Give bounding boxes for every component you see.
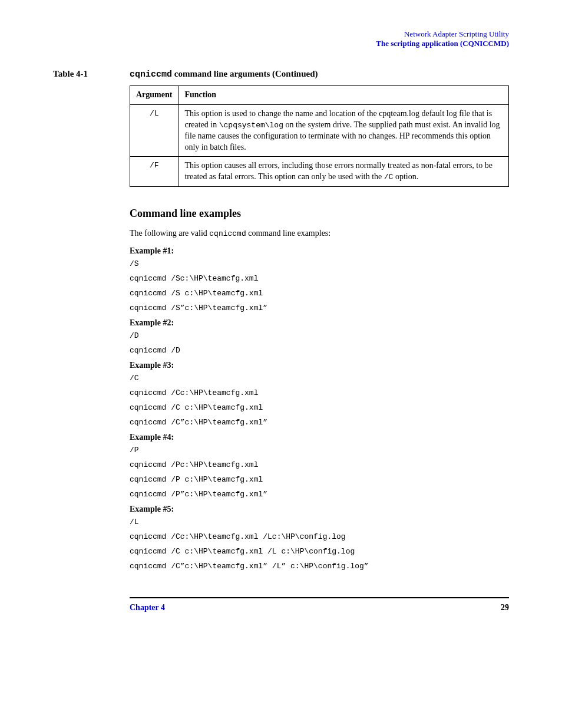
example-title: Example #5: bbox=[130, 505, 509, 514]
table-caption-code: cqniccmd bbox=[130, 70, 172, 80]
example-code-line: /D bbox=[130, 331, 509, 340]
example-code-line: cqniccmd /S”c:\HP\teamcfg.xml” bbox=[130, 304, 509, 312]
arguments-table: Argument Function /LThis option is used … bbox=[130, 85, 509, 187]
footer-page-number: 29 bbox=[501, 603, 509, 612]
example-code-line: /S bbox=[130, 259, 509, 268]
example-code-line: cqniccmd /C”c:\HP\teamcfg.xml” bbox=[130, 418, 509, 427]
example-code-line: /P bbox=[130, 446, 509, 454]
example-code-line: cqniccmd /D bbox=[130, 346, 509, 355]
example-code-line: cqniccmd /Pc:\HP\teamcfg.xml bbox=[130, 460, 509, 469]
func-cell: This option causes all errors, including… bbox=[178, 157, 509, 187]
header-section-name: The scripting application (CQNICCMD) bbox=[53, 39, 509, 48]
table-header-row: Argument Function bbox=[130, 86, 509, 105]
example-code-line: /L bbox=[130, 518, 509, 526]
example-code-line: cqniccmd /Cc:\HP\teamcfg.xml bbox=[130, 388, 509, 397]
example-code-line: cqniccmd /P”c:\HP\teamcfg.xml” bbox=[130, 490, 509, 499]
func-code: /C bbox=[384, 173, 394, 182]
func-text: This option causes all errors, including… bbox=[184, 161, 492, 181]
col-argument: Argument bbox=[130, 86, 178, 105]
footer-chapter: Chapter 4 bbox=[130, 603, 165, 612]
example-code-line: /C bbox=[130, 374, 509, 383]
table-row: /FThis option causes all errors, includi… bbox=[130, 157, 509, 187]
func-text: option. bbox=[393, 172, 418, 181]
page-footer: Chapter 4 29 bbox=[130, 597, 509, 612]
example-title: Example #4: bbox=[130, 433, 509, 442]
content-body: Argument Function /LThis option is used … bbox=[130, 85, 509, 612]
example-code-line: cqniccmd /C c:\HP\teamcfg.xml bbox=[130, 403, 509, 412]
table-caption-suffix: command line arguments (Continued) bbox=[172, 69, 318, 78]
example-code-line: cqniccmd /C c:\HP\teamcfg.xml /L c:\HP\c… bbox=[130, 547, 509, 556]
arg-cell: /F bbox=[130, 157, 178, 187]
example-code-line: cqniccmd /S c:\HP\teamcfg.xml bbox=[130, 289, 509, 298]
intro-post: command line examples: bbox=[246, 229, 330, 238]
examples-intro: The following are valid cqniccmd command… bbox=[130, 228, 509, 239]
examples-list: Example #1:/Scqniccmd /Sc:\HP\teamcfg.xm… bbox=[130, 246, 509, 571]
func-cell: This option is used to change the name a… bbox=[178, 104, 509, 157]
example-code-line: cqniccmd /C”c:\HP\teamcfg.xml” /L” c:\HP… bbox=[130, 562, 509, 571]
table-caption-text: cqniccmd command line arguments (Continu… bbox=[130, 69, 318, 80]
header-utility-name: Network Adapter Scripting Utility bbox=[53, 29, 509, 39]
example-code-line: cqniccmd /Sc:\HP\teamcfg.xml bbox=[130, 274, 509, 283]
page-header: Network Adapter Scripting Utility The sc… bbox=[53, 29, 509, 48]
example-title: Example #1: bbox=[130, 246, 509, 256]
intro-pre: The following are valid bbox=[130, 229, 209, 238]
page: Network Adapter Scripting Utility The sc… bbox=[0, 0, 562, 642]
col-function: Function bbox=[178, 86, 509, 105]
func-code: \cpqsystem\log bbox=[219, 121, 283, 130]
example-code-line: cqniccmd /Cc:\HP\teamcfg.xml /Lc:\HP\con… bbox=[130, 532, 509, 541]
example-code-line: cqniccmd /P c:\HP\teamcfg.xml bbox=[130, 475, 509, 484]
example-title: Example #3: bbox=[130, 361, 509, 370]
table-row: /LThis option is used to change the name… bbox=[130, 104, 509, 157]
table-caption-label: Table 4-1 bbox=[53, 69, 130, 79]
arg-cell: /L bbox=[130, 104, 178, 157]
intro-code: cqniccmd bbox=[209, 229, 246, 238]
examples-heading: Command line examples bbox=[130, 207, 509, 220]
example-title: Example #2: bbox=[130, 318, 509, 328]
table-caption: Table 4-1 cqniccmd command line argument… bbox=[53, 69, 509, 80]
